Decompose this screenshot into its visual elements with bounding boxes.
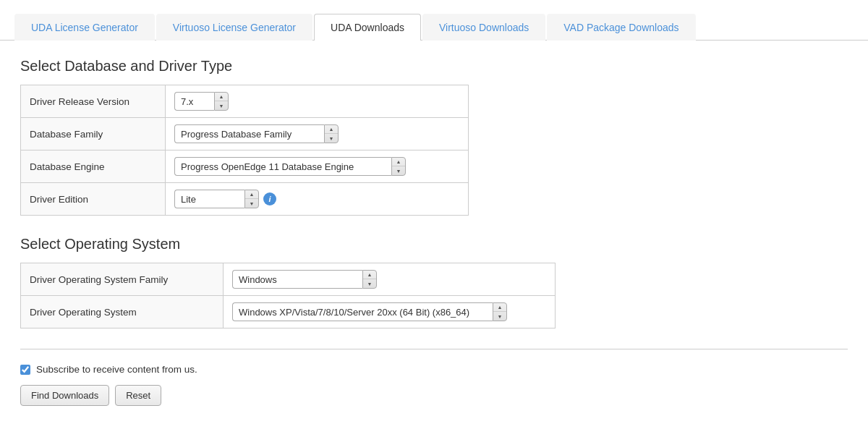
spinner-up-icon[interactable]: ▲ — [363, 271, 376, 279]
table-row: Driver Release Version 6.x 7.x 8.x ▲ ▼ — [21, 85, 469, 118]
reset-button[interactable]: Reset — [115, 385, 161, 406]
spinner-down-icon[interactable]: ▼ — [493, 312, 506, 321]
database-engine-select[interactable]: Progress OpenEdge 11 Database Engine Pro… — [174, 157, 391, 176]
table-row: Database Family Progress Database Family… — [21, 118, 469, 150]
os-family-label: Driver Operating System Family — [21, 263, 224, 296]
subscribe-checkbox[interactable] — [20, 365, 30, 375]
driver-release-version-spinner[interactable]: ▲ ▼ — [214, 92, 229, 111]
spinner-up-icon[interactable]: ▲ — [245, 190, 258, 199]
subscribe-row: Subscribe to receive content from us. — [20, 364, 848, 375]
tab-uda-license[interactable]: UDA License Generator — [14, 14, 155, 41]
database-family-label: Database Family — [21, 118, 166, 150]
spinner-down-icon[interactable]: ▼ — [325, 134, 338, 143]
database-family-spinner[interactable]: ▲ ▼ — [324, 124, 339, 143]
os-specific-field[interactable]: Windows XP/Vista/7/8/10/Server 20xx (64 … — [232, 302, 507, 321]
spinner-up-icon[interactable]: ▲ — [215, 93, 228, 101]
tab-virtuoso-downloads[interactable]: Virtuoso Downloads — [422, 14, 545, 41]
tabs-bar: UDA License Generator Virtuoso License G… — [0, 0, 868, 41]
spinner-down-icon[interactable]: ▼ — [245, 199, 258, 208]
main-content: Select Database and Driver Type Driver R… — [0, 41, 868, 423]
database-family-field[interactable]: Progress Database Family Oracle Database… — [174, 124, 339, 143]
driver-edition-select[interactable]: Lite Enterprise Express — [174, 190, 244, 208]
action-buttons: Find Downloads Reset — [20, 385, 848, 406]
os-family-field[interactable]: Windows Linux macOS Solaris ▲ ▼ — [232, 270, 377, 289]
section-divider — [20, 349, 848, 349]
tab-vad-package[interactable]: VAD Package Downloads — [547, 14, 695, 41]
db-driver-table: Driver Release Version 6.x 7.x 8.x ▲ ▼ D… — [20, 85, 469, 216]
driver-edition-label: Driver Edition — [21, 183, 166, 216]
tab-virtuoso-license[interactable]: Virtuoso License Generator — [156, 14, 312, 41]
os-specific-label: Driver Operating System — [21, 296, 224, 328]
os-table: Driver Operating System Family Windows L… — [20, 263, 556, 328]
table-row: Database Engine Progress OpenEdge 11 Dat… — [21, 150, 469, 183]
driver-edition-field[interactable]: Lite Enterprise Express ▲ ▼ — [174, 190, 259, 208]
os-specific-select[interactable]: Windows XP/Vista/7/8/10/Server 20xx (64 … — [232, 302, 493, 321]
db-driver-section-title: Select Database and Driver Type — [20, 58, 848, 75]
os-family-select[interactable]: Windows Linux macOS Solaris — [232, 270, 362, 289]
driver-edition-group: Lite Enterprise Express ▲ ▼ i — [174, 190, 276, 208]
os-specific-spinner[interactable]: ▲ ▼ — [493, 302, 507, 321]
driver-release-version-select[interactable]: 6.x 7.x 8.x — [174, 92, 214, 111]
table-row: Driver Operating System Windows XP/Vista… — [21, 296, 556, 328]
driver-release-version-field[interactable]: 6.x 7.x 8.x ▲ ▼ — [174, 92, 229, 111]
spinner-down-icon[interactable]: ▼ — [363, 279, 376, 288]
spinner-up-icon[interactable]: ▲ — [392, 158, 405, 166]
os-family-spinner[interactable]: ▲ ▼ — [362, 270, 377, 289]
os-section-title: Select Operating System — [20, 236, 848, 253]
spinner-up-icon[interactable]: ▲ — [325, 125, 338, 134]
find-downloads-button[interactable]: Find Downloads — [20, 385, 109, 406]
database-engine-field[interactable]: Progress OpenEdge 11 Database Engine Pro… — [174, 157, 406, 176]
spinner-down-icon[interactable]: ▼ — [215, 101, 228, 110]
database-engine-spinner[interactable]: ▲ ▼ — [391, 157, 406, 176]
database-family-select[interactable]: Progress Database Family Oracle Database… — [174, 124, 324, 143]
spinner-up-icon[interactable]: ▲ — [493, 303, 506, 312]
subscribe-label[interactable]: Subscribe to receive content from us. — [36, 364, 197, 375]
tab-uda-downloads[interactable]: UDA Downloads — [314, 14, 421, 41]
driver-edition-spinner[interactable]: ▲ ▼ — [244, 190, 259, 208]
driver-release-version-label: Driver Release Version — [21, 85, 166, 118]
table-row: Driver Operating System Family Windows L… — [21, 263, 556, 296]
table-row: Driver Edition Lite Enterprise Express ▲… — [21, 183, 469, 216]
spinner-down-icon[interactable]: ▼ — [392, 166, 405, 175]
driver-edition-info-icon[interactable]: i — [263, 192, 276, 205]
database-engine-label: Database Engine — [21, 150, 166, 183]
